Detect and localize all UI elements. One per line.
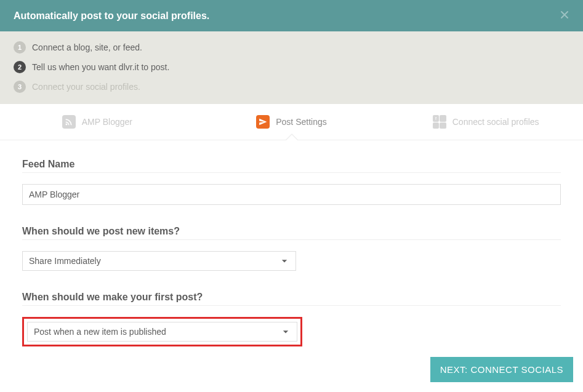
post-when-label: When should we post new items?: [22, 226, 561, 237]
feed-name-group: Feed Name: [22, 159, 561, 205]
feed-name-label: Feed Name: [22, 159, 561, 170]
first-post-select[interactable]: Post when a new item is published: [27, 322, 297, 342]
step-text: Connect a blog, site, or feed.: [32, 42, 142, 52]
next-connect-socials-button[interactable]: NEXT: CONNECT SOCIALS: [430, 357, 573, 382]
steps-panel: 1 Connect a blog, site, or feed. 2 Tell …: [0, 31, 583, 104]
divider: [22, 172, 561, 173]
rss-icon: [62, 115, 76, 129]
tab-connect-socials[interactable]: f Connect social profiles: [388, 104, 583, 140]
svg-point-0: [65, 124, 67, 126]
tab-feed-label: AMP Blogger: [82, 117, 132, 127]
highlighted-select-box: Post when a new item is published: [22, 317, 302, 346]
step-2: 2 Tell us when you want dlvr.it to post.: [14, 61, 569, 73]
tab-connect-label: Connect social profiles: [452, 117, 539, 127]
step-text: Connect your social profiles.: [32, 82, 140, 92]
paper-plane-icon: [256, 115, 270, 129]
divider: [22, 239, 561, 240]
step-number: 1: [14, 41, 26, 54]
divider: [22, 305, 561, 306]
form-area: Feed Name When should we post new items?…: [0, 140, 583, 374]
close-icon[interactable]: [560, 9, 569, 23]
tab-settings-label: Post Settings: [276, 117, 327, 127]
step-3: 3 Connect your social profiles.: [14, 81, 569, 93]
tabs-bar: AMP Blogger Post Settings f Connect soci…: [0, 104, 583, 140]
step-1: 1 Connect a blog, site, or feed.: [14, 41, 569, 54]
step-text: Tell us when you want dlvr.it to post.: [32, 62, 169, 72]
post-when-group: When should we post new items? Share Imm…: [22, 226, 561, 271]
feed-name-input[interactable]: [22, 184, 561, 205]
social-grid-icon: f: [433, 115, 446, 129]
first-post-group: When should we make your first post? Pos…: [22, 292, 561, 346]
first-post-label: When should we make your first post?: [22, 292, 561, 303]
step-number: 3: [14, 81, 26, 93]
header-title: Automatically post to your social profil…: [14, 10, 209, 22]
post-when-select[interactable]: Share Immediately: [22, 251, 296, 271]
tab-feed[interactable]: AMP Blogger: [0, 104, 195, 140]
step-number: 2: [14, 61, 26, 73]
header-bar: Automatically post to your social profil…: [0, 0, 583, 31]
tab-post-settings[interactable]: Post Settings: [195, 104, 389, 140]
